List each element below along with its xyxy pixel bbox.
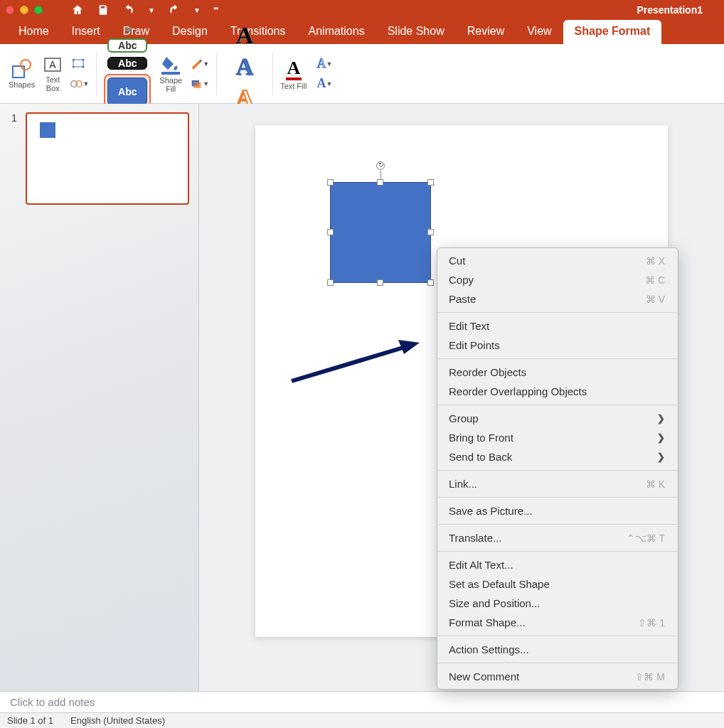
change-shape-icon[interactable]: ▼	[70, 75, 89, 92]
menu-new-comment[interactable]: New Comment⇧⌘ M	[437, 667, 678, 686]
edit-shape-group: ▼	[66, 46, 93, 102]
tab-animations[interactable]: Animations	[297, 20, 376, 44]
resize-handle-t[interactable]	[377, 179, 383, 186]
menu-separator	[437, 551, 678, 552]
shape-outline-icon[interactable]: ▼	[191, 55, 209, 73]
text-effects-icon[interactable]: A▼	[315, 75, 334, 92]
tab-shape-format[interactable]: Shape Format	[563, 20, 662, 44]
text-fill-a-icon: A	[287, 58, 300, 79]
menu-edit-alt-text[interactable]: Edit Alt Text...	[437, 555, 678, 574]
chevron-right-icon: ❯	[657, 432, 665, 443]
notes-pane[interactable]: Click to add notes	[0, 691, 724, 712]
rotation-handle-icon[interactable]	[376, 161, 385, 170]
shape-style-black[interactable]: Abc	[107, 57, 147, 70]
selected-rectangle-shape[interactable]	[330, 182, 431, 283]
tab-home[interactable]: Home	[7, 20, 60, 44]
menu-set-default-shape[interactable]: Set as Default Shape	[437, 574, 678, 594]
slide-thumbnail[interactable]	[26, 112, 189, 205]
tab-insert[interactable]: Insert	[60, 20, 112, 44]
wordart-style-blue[interactable]: A	[224, 53, 265, 80]
resize-handle-l[interactable]	[327, 229, 334, 235]
outline-effects-group: ▼ ▼	[186, 46, 213, 102]
slide-number: 1	[11, 112, 17, 124]
save-icon[interactable]	[97, 4, 110, 16]
edit-points-icon[interactable]	[70, 55, 89, 73]
undo-dropdown-icon[interactable]: ▼	[148, 6, 155, 14]
undo-icon[interactable]	[122, 4, 135, 16]
separator	[96, 53, 97, 95]
bucket-icon	[161, 54, 181, 71]
svg-rect-12	[193, 82, 201, 88]
home-icon[interactable]	[71, 4, 84, 16]
gallery-prev-icon[interactable]: ◀	[120, 24, 134, 34]
ribbon: Shapes A Text Box ▼ ◀ Abc Abc Abc ▶ Shap…	[0, 44, 724, 104]
text-fill-group[interactable]: A Text Fill	[276, 46, 311, 102]
shape-fill-group[interactable]: Shape Fill	[155, 46, 186, 102]
textbox-group[interactable]: A Text Box	[39, 46, 66, 102]
redo-icon[interactable]	[168, 4, 181, 16]
svg-point-1	[21, 60, 31, 70]
shape-effects-icon[interactable]: ▼	[191, 75, 209, 92]
menu-send-to-back[interactable]: Send to Back❯	[437, 447, 678, 466]
menu-format-shape[interactable]: Format Shape...⇧⌘ 1	[437, 613, 678, 632]
menu-separator	[437, 497, 678, 498]
fill-color-swatch	[161, 72, 180, 75]
status-bar: Slide 1 of 1 English (United States)	[0, 712, 724, 728]
resize-handle-r[interactable]	[427, 229, 434, 235]
menu-copy[interactable]: Copy⌘ C	[437, 270, 678, 289]
slide-panel[interactable]: 1	[0, 104, 199, 691]
tab-slideshow[interactable]: Slide Show	[376, 20, 456, 44]
menu-edit-text[interactable]: Edit Text	[437, 316, 678, 336]
context-menu: Cut⌘ X Copy⌘ C Paste⌘ V Edit Text Edit P…	[437, 247, 678, 690]
text-fill-label: Text Fill	[280, 82, 307, 90]
menu-action-settings[interactable]: Action Settings...	[437, 640, 678, 659]
shapes-label: Shapes	[9, 80, 35, 89]
shape-style-outline[interactable]: Abc	[107, 38, 147, 53]
menu-reorder-overlapping[interactable]: Reorder Overlapping Objects	[437, 382, 678, 401]
menu-cut[interactable]: Cut⌘ X	[437, 251, 678, 270]
resize-handle-b[interactable]	[377, 279, 383, 286]
textbox-icon: A	[43, 55, 62, 74]
tab-review[interactable]: Review	[456, 20, 516, 44]
title-bar: ▼ ▼ ⁼ Presentation1	[0, 0, 724, 20]
resize-handle-tr[interactable]	[427, 179, 434, 186]
svg-point-7	[73, 65, 75, 68]
chevron-right-icon: ❯	[657, 413, 665, 424]
menu-size-position[interactable]: Size and Position...	[437, 594, 678, 613]
resize-handle-bl[interactable]	[327, 279, 334, 286]
wordart-style-black[interactable]: A	[224, 22, 265, 49]
tab-design[interactable]: Design	[161, 20, 219, 44]
menu-save-as-picture[interactable]: Save as Picture...	[437, 501, 678, 520]
menu-edit-points[interactable]: Edit Points	[437, 336, 678, 355]
shapes-group[interactable]: Shapes	[4, 46, 39, 102]
customize-qat-icon[interactable]: ⁼	[213, 4, 218, 16]
resize-handle-br[interactable]	[427, 279, 434, 286]
text-fill-color-swatch	[286, 77, 302, 80]
text-outline-icon[interactable]: A▼	[315, 55, 334, 73]
notes-placeholder: Click to add notes	[10, 696, 95, 708]
status-language[interactable]: English (United States)	[70, 715, 165, 726]
quick-access-toolbar: ▼ ▼ ⁼	[71, 4, 218, 16]
svg-point-6	[82, 59, 85, 61]
status-slide-indicator[interactable]: Slide 1 of 1	[7, 715, 53, 726]
menu-separator	[437, 524, 678, 525]
menu-separator	[437, 312, 678, 313]
shape-styles-gallery: ◀ Abc Abc Abc ▶	[100, 46, 155, 102]
minimize-window-icon[interactable]	[20, 6, 28, 14]
text-outline-effects-group: A▼ A▼	[311, 46, 338, 102]
menu-paste[interactable]: Paste⌘ V	[437, 289, 678, 309]
fullscreen-window-icon[interactable]	[34, 6, 43, 14]
redo-dropdown-icon[interactable]: ▼	[193, 6, 201, 14]
close-window-icon[interactable]	[6, 6, 14, 14]
window-controls	[6, 6, 43, 14]
menu-translate[interactable]: Translate...⌃⌥⌘ T	[437, 528, 678, 547]
menu-bring-to-front[interactable]: Bring to Front❯	[437, 428, 678, 447]
svg-text:A: A	[50, 59, 57, 70]
menu-group[interactable]: Group❯	[437, 409, 678, 428]
svg-point-5	[73, 59, 75, 61]
tab-view[interactable]: View	[516, 20, 563, 44]
menu-link[interactable]: Link...⌘ K	[437, 474, 678, 493]
menu-separator	[437, 470, 678, 471]
resize-handle-tl[interactable]	[327, 179, 334, 186]
menu-reorder-objects[interactable]: Reorder Objects	[437, 363, 678, 382]
